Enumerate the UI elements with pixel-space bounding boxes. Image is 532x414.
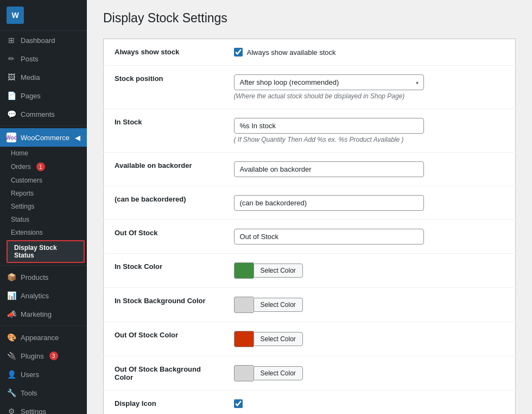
tools-icon: 🔧 bbox=[7, 388, 16, 398]
stock-position-hint: (Where the actual stock should be displa… bbox=[234, 92, 505, 100]
sidebar-item-status[interactable]: Status bbox=[4, 213, 87, 226]
sidebar-item-settings[interactable]: Settings bbox=[4, 200, 87, 213]
analytics-icon: 📊 bbox=[7, 291, 16, 300]
field-label-out-of-stock-bg-color: Out Of Stock Background Color bbox=[104, 356, 223, 391]
field-label-in-stock-bg-color: In Stock Background Color bbox=[104, 288, 223, 322]
sidebar-item-home[interactable]: Home bbox=[4, 147, 87, 160]
sidebar-item-display-stock-status[interactable]: Display Stock Status bbox=[7, 240, 85, 263]
row-always-show-stock: Always show stock Always show available … bbox=[104, 39, 516, 66]
sidebar-item-pages[interactable]: 📄 Pages bbox=[0, 86, 87, 105]
available-on-backorder-input[interactable] bbox=[234, 161, 424, 177]
sidebar-item-extensions[interactable]: Extensions bbox=[4, 226, 87, 239]
always-show-stock-checkbox-label: Always show available stock bbox=[247, 48, 336, 57]
orders-label: Orders bbox=[11, 163, 31, 171]
appearance-icon: 🎨 bbox=[7, 333, 16, 342]
field-label-can-be-backordered: (can be backordered) bbox=[104, 186, 223, 220]
display-icon-field bbox=[234, 399, 505, 408]
row-can-be-backordered: (can be backordered) bbox=[104, 186, 516, 220]
field-label-available-on-backorder: Available on backorder bbox=[104, 153, 223, 186]
plugins-badge: 3 bbox=[49, 352, 58, 360]
sidebar-item-media[interactable]: 🖼 Media bbox=[0, 68, 87, 86]
sidebar-item-label: Settings bbox=[21, 407, 46, 415]
stock-position-select[interactable]: After shop loop (recommended) Before sho… bbox=[234, 74, 424, 90]
products-icon: 📦 bbox=[7, 272, 16, 282]
sidebar-item-analytics[interactable]: 📊 Analytics bbox=[0, 286, 87, 305]
in-stock-input[interactable] bbox=[234, 118, 424, 134]
sidebar-item-label: Comments bbox=[21, 110, 55, 118]
sidebar-item-orders[interactable]: Orders 1 bbox=[4, 160, 87, 174]
sidebar-item-woocommerce[interactable]: Woo WooCommerce ◀ bbox=[0, 128, 87, 147]
out-of-stock-bg-color-swatch[interactable] bbox=[234, 365, 254, 381]
row-out-of-stock-color: Out Of Stock Color Select Color bbox=[104, 322, 516, 356]
sidebar-item-dashboard[interactable]: ⊞ Dashboard bbox=[0, 31, 87, 49]
wp-logo-icon: W bbox=[7, 7, 24, 24]
customers-label: Customers bbox=[11, 177, 42, 184]
always-show-stock-field: Always show available stock bbox=[234, 48, 505, 57]
home-label: Home bbox=[11, 149, 28, 157]
orders-badge: 1 bbox=[36, 162, 45, 171]
in-stock-bg-color-row: Select Color bbox=[234, 297, 505, 313]
sidebar-item-comments[interactable]: 💬 Comments bbox=[0, 105, 87, 123]
field-label-out-of-stock: Out Of Stock bbox=[104, 220, 223, 254]
row-in-stock-color: In Stock Color Select Color bbox=[104, 254, 516, 288]
sidebar-item-products[interactable]: 📦 Products bbox=[0, 268, 87, 286]
sidebar-item-label: Posts bbox=[21, 55, 39, 63]
display-icon-checkbox[interactable] bbox=[234, 399, 243, 408]
sidebar-item-label: Pages bbox=[21, 92, 41, 100]
pages-icon: 📄 bbox=[7, 91, 16, 101]
out-of-stock-color-btn[interactable]: Select Color bbox=[254, 332, 303, 346]
sidebar-item-label: WooCommerce bbox=[21, 134, 69, 142]
sidebar: W ⊞ Dashboard ✏ Posts 🖼 Media 📄 Pages 💬 … bbox=[0, 0, 87, 414]
sidebar-item-label: Plugins bbox=[21, 352, 44, 360]
woocommerce-submenu: Home Orders 1 Customers Reports Settings… bbox=[0, 147, 87, 263]
field-label-stock-position: Stock position bbox=[104, 66, 223, 109]
row-in-stock: In Stock ( If Show Quantity Then Add %s … bbox=[104, 109, 516, 153]
row-in-stock-bg-color: In Stock Background Color Select Color bbox=[104, 288, 516, 322]
sidebar-item-users[interactable]: 👤 Users bbox=[0, 365, 87, 384]
field-label-in-stock-color: In Stock Color bbox=[104, 254, 223, 288]
out-of-stock-bg-color-btn[interactable]: Select Color bbox=[254, 366, 303, 380]
plugins-icon: 🔌 bbox=[7, 351, 16, 361]
marketing-icon: 📣 bbox=[7, 309, 16, 319]
sidebar-item-customers[interactable]: Customers bbox=[4, 174, 87, 187]
media-icon: 🖼 bbox=[7, 72, 16, 82]
woocommerce-icon: Woo bbox=[7, 133, 16, 142]
users-icon: 👤 bbox=[7, 369, 16, 379]
reports-label: Reports bbox=[11, 190, 34, 197]
out-of-stock-color-swatch[interactable] bbox=[234, 331, 254, 347]
in-stock-bg-color-swatch[interactable] bbox=[234, 297, 254, 313]
settings-label: Settings bbox=[11, 203, 34, 210]
can-be-backordered-input[interactable] bbox=[234, 195, 424, 211]
row-available-on-backorder: Available on backorder bbox=[104, 153, 516, 186]
out-of-stock-bg-color-row: Select Color bbox=[234, 365, 505, 381]
field-label-always-show-stock: Always show stock bbox=[104, 39, 223, 66]
out-of-stock-input[interactable] bbox=[234, 229, 424, 244]
sidebar-item-posts[interactable]: ✏ Posts bbox=[0, 49, 87, 68]
sidebar-item-label: Appearance bbox=[21, 334, 59, 342]
in-stock-color-swatch[interactable] bbox=[234, 262, 254, 279]
sidebar-item-marketing[interactable]: 📣 Marketing bbox=[0, 305, 87, 323]
sidebar-item-appearance[interactable]: 🎨 Appearance bbox=[0, 328, 87, 347]
sidebar-item-label: Analytics bbox=[21, 292, 49, 300]
in-stock-color-btn[interactable]: Select Color bbox=[254, 264, 303, 278]
page-title: Display Stock Settings bbox=[103, 11, 516, 26]
sidebar-item-plugins[interactable]: 🔌 Plugins 3 bbox=[0, 347, 87, 365]
display-stock-status-label: Display Stock Status bbox=[14, 244, 77, 259]
extensions-label: Extensions bbox=[11, 229, 43, 236]
in-stock-bg-color-btn[interactable]: Select Color bbox=[254, 298, 303, 312]
main-content: Display Stock Settings Always show stock… bbox=[87, 0, 532, 414]
posts-icon: ✏ bbox=[7, 54, 16, 64]
out-of-stock-color-row: Select Color bbox=[234, 331, 505, 347]
sidebar-item-settings-main[interactable]: ⚙ Settings bbox=[0, 402, 87, 414]
status-label: Status bbox=[11, 216, 29, 223]
stock-position-select-wrap: After shop loop (recommended) Before sho… bbox=[234, 74, 424, 90]
comments-icon: 💬 bbox=[7, 109, 16, 119]
row-out-of-stock-bg-color: Out Of Stock Background Color Select Col… bbox=[104, 356, 516, 391]
field-label-in-stock: In Stock bbox=[104, 109, 223, 153]
always-show-stock-checkbox[interactable] bbox=[234, 48, 243, 57]
sidebar-item-reports[interactable]: Reports bbox=[4, 187, 87, 200]
sidebar-item-tools[interactable]: 🔧 Tools bbox=[0, 384, 87, 402]
row-stock-position: Stock position After shop loop (recommen… bbox=[104, 66, 516, 109]
sidebar-item-label: Users bbox=[21, 371, 39, 379]
sidebar-item-label: Products bbox=[21, 273, 48, 281]
